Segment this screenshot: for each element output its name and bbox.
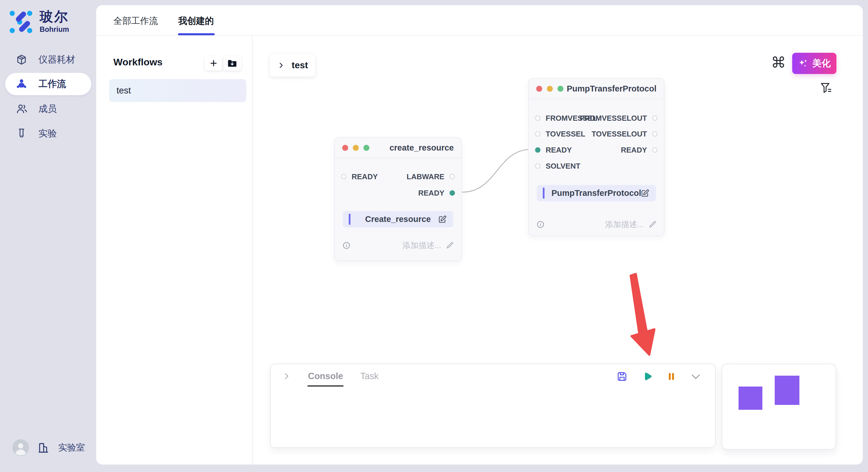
- port-output-labware[interactable]: LABWARE: [407, 172, 455, 181]
- node-header: create_resource: [335, 138, 461, 158]
- description-placeholder[interactable]: 添加描述...: [402, 240, 441, 251]
- dot-red-icon: [342, 145, 348, 151]
- brand-name-zh: 玻尔: [40, 9, 69, 24]
- port-label: READY: [352, 172, 378, 181]
- command-palette-icon[interactable]: ⌘: [771, 55, 786, 70]
- tab-my-created[interactable]: 我创建的: [178, 15, 214, 27]
- lab-switcher[interactable]: 实验室: [58, 442, 85, 453]
- node-header-dots: [342, 145, 369, 151]
- port-circle[interactable]: [450, 174, 455, 179]
- action-accent-bar: [543, 188, 545, 199]
- node-header-dots: [536, 86, 563, 92]
- console-tabs: Console Task: [282, 371, 379, 381]
- box-icon: [16, 54, 28, 66]
- chevron-right-icon: [277, 62, 285, 69]
- port-output-ready[interactable]: READY: [418, 189, 455, 198]
- port-label: READY: [621, 146, 647, 155]
- node-action-button[interactable]: PumpTransferProtocol: [537, 185, 656, 201]
- port-label: READY: [418, 189, 444, 198]
- brand-name-en: Bohrium: [40, 25, 69, 34]
- bohrium-workflow-app: 玻尔 Bohrium 仪器耗材 工作流: [0, 0, 868, 472]
- port-circle[interactable]: [535, 115, 540, 121]
- breadcrumb-label: test: [291, 60, 308, 71]
- sidebar-item-members[interactable]: 成员: [5, 98, 91, 121]
- sidebar-footer: 实验室: [12, 439, 85, 456]
- port-circle[interactable]: [652, 131, 658, 137]
- action-label: PumpTransferProtocol: [537, 189, 656, 198]
- pencil-icon[interactable]: [446, 241, 454, 249]
- sidebar-item-experiments[interactable]: 实验: [5, 122, 91, 145]
- port-circle[interactable]: [341, 174, 346, 179]
- panel-divider: [252, 36, 253, 465]
- port-input-solvent[interactable]: SOLVENT: [535, 162, 580, 171]
- edit-square-icon[interactable]: [438, 215, 447, 224]
- tab-console[interactable]: Console: [308, 371, 343, 381]
- port-circle[interactable]: [652, 115, 658, 121]
- bohrium-logo-icon: [9, 9, 33, 34]
- node-footer: 添加描述...: [536, 218, 656, 231]
- sidebar-item-workflows[interactable]: 工作流: [5, 73, 91, 95]
- people-icon: [16, 78, 28, 90]
- dot-green-icon: [363, 145, 369, 151]
- port-circle[interactable]: [535, 164, 540, 169]
- sidebar-item-instruments[interactable]: 仪器耗材: [5, 48, 91, 71]
- port-circle[interactable]: [535, 131, 540, 137]
- port-input-ready[interactable]: READY: [535, 146, 572, 155]
- port-input-ready[interactable]: READY: [341, 172, 378, 181]
- console-tab-underline: [307, 385, 344, 386]
- port-circle-connected[interactable]: [535, 147, 540, 153]
- chevron-down-icon[interactable]: [690, 370, 702, 382]
- node-title: create_resource: [390, 143, 454, 153]
- folder-download-icon: [227, 59, 237, 68]
- node-title: PumpTransferProtocol: [567, 84, 656, 94]
- port-circle-connected[interactable]: [450, 191, 455, 196]
- port-label: READY: [546, 146, 572, 155]
- workflow-item-label: test: [117, 86, 131, 96]
- info-icon[interactable]: [536, 220, 545, 229]
- add-workflow-button[interactable]: +: [205, 56, 222, 71]
- action-label: Create_resource: [343, 214, 453, 224]
- sidebar-item-label: 实验: [38, 127, 57, 140]
- collapse-chevron-right-icon[interactable]: [282, 372, 291, 380]
- beautify-button[interactable]: 美化: [792, 53, 836, 74]
- workflows-panel-title: Workflows: [113, 57, 162, 68]
- import-folder-button[interactable]: [223, 56, 241, 71]
- minimap[interactable]: [722, 364, 836, 450]
- minimap-node-pump-transfer: [775, 376, 799, 405]
- node-create-resource[interactable]: create_resource READY LABWARE READY Crea…: [334, 137, 462, 261]
- port-input-tovessel[interactable]: TOVESSEL: [535, 130, 585, 138]
- save-icon[interactable]: [616, 371, 628, 382]
- tab-console-label: Console: [308, 371, 343, 381]
- port-output-ready[interactable]: READY: [621, 146, 658, 155]
- dot-green-icon: [557, 86, 563, 92]
- pause-icon[interactable]: [666, 371, 677, 382]
- breadcrumb[interactable]: test: [270, 54, 315, 76]
- sidebar-item-label: 仪器耗材: [38, 53, 75, 66]
- run-play-icon[interactable]: [641, 370, 653, 382]
- filter-icon[interactable]: [820, 81, 832, 94]
- edit-square-icon[interactable]: [640, 189, 650, 198]
- experiment-icon: [16, 128, 28, 140]
- port-label: FROMVESSELOUT: [580, 114, 647, 123]
- node-pump-transfer-protocol[interactable]: PumpTransferProtocol FROMVESSEL FROMVESS…: [528, 78, 664, 236]
- pencil-icon[interactable]: [648, 221, 656, 229]
- dot-yellow-icon: [353, 145, 359, 151]
- avatar[interactable]: [12, 439, 29, 456]
- port-output-fromvesselout[interactable]: FROMVESSELOUT: [580, 114, 658, 123]
- workspace-tabs-header: 全部工作流 我创建的: [96, 5, 863, 36]
- node-action-button[interactable]: Create_resource: [343, 211, 453, 227]
- port-circle[interactable]: [652, 147, 658, 153]
- tab-all-workflows[interactable]: 全部工作流: [113, 15, 158, 27]
- active-tab-underline: [178, 33, 215, 35]
- workflow-list-item-test[interactable]: test: [109, 79, 246, 102]
- port-label: TOVESSEL: [546, 130, 585, 138]
- dot-yellow-icon: [547, 86, 553, 92]
- port-label: LABWARE: [407, 172, 444, 181]
- minimap-node-create-resource: [739, 386, 763, 410]
- description-placeholder[interactable]: 添加描述...: [605, 219, 644, 230]
- node-footer: 添加描述...: [342, 239, 454, 252]
- console-panel: Console Task: [270, 364, 716, 448]
- port-output-tovesselout[interactable]: TOVESSELOUT: [592, 130, 658, 138]
- tab-task[interactable]: Task: [360, 371, 379, 381]
- info-icon[interactable]: [342, 241, 351, 250]
